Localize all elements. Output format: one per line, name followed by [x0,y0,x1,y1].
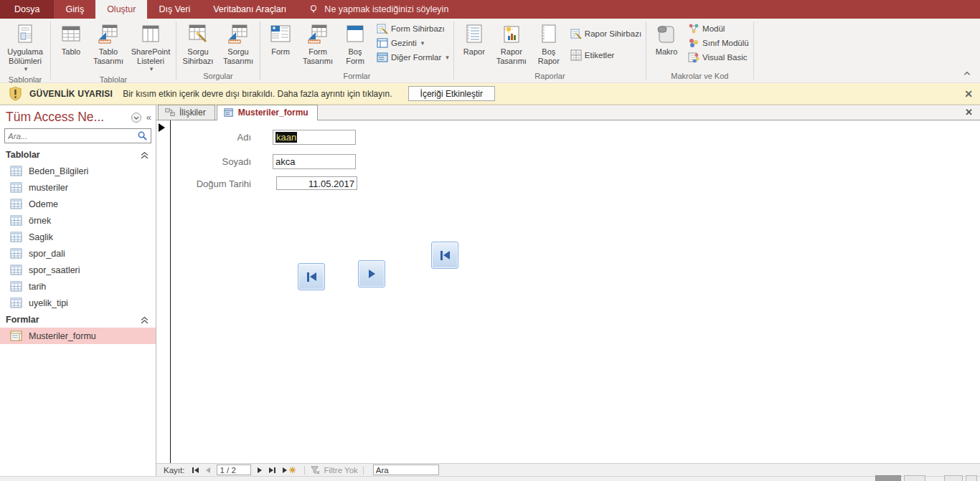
adi-field[interactable]: kaan [273,130,356,145]
report-icon [463,22,486,45]
nav-search-input[interactable] [8,132,137,141]
enable-content-button[interactable]: İçeriği Etkinleştir [408,86,495,101]
nav-pane-menu-button[interactable] [131,112,142,123]
nav-section-tablolar[interactable]: Tablolar [0,146,156,163]
warning-shield-icon [9,86,22,101]
gezinti-button[interactable]: Gezinti [377,37,449,49]
sidebar-item-saglik[interactable]: Saglik [0,229,156,245]
next-record-icon [369,270,375,278]
makro-button[interactable]: Makro [648,20,685,57]
form-button[interactable]: Form [262,20,299,57]
design-view-button[interactable] [966,475,977,481]
sidebar-item-spor-saatleri[interactable]: spor_saatleri [0,262,156,278]
close-icon[interactable]: ✕ [964,88,973,100]
form-icon [223,108,235,118]
tab-musteriler-formu[interactable]: Musteriler_formu [217,105,318,120]
next-record-nav-button[interactable] [258,467,262,473]
sharepoint-listeleri-button[interactable]: SharePoint Listeleri [127,20,174,74]
tab-iliskiler[interactable]: İlişkiler [158,105,215,120]
navigation-pane: Tüm Access Ne... « Tablolar Beden_Bilgil… [0,105,156,476]
sorgu-sihirbazi-button[interactable]: Sorgu Sihirbazı [178,20,218,66]
sidebar-item-ornek[interactable]: örnek [0,212,156,229]
security-warning-title: GÜVENLİK UYARISI [29,89,113,99]
sidebar-item-spor-dali[interactable]: spor_dali [0,245,156,262]
visual-basic-button[interactable]: Visual Basic [688,52,749,63]
diger-formlar-button[interactable]: Diğer Formlar [377,52,449,63]
previous-record-nav-button[interactable] [206,467,210,473]
rapor-button[interactable]: Rapor [456,20,493,57]
group-separator [753,22,754,80]
tab-olustur[interactable]: Oluştur [95,0,147,19]
sidebar-item-tarih[interactable]: tarih [0,278,156,295]
table-icon [10,265,22,275]
table-icon [10,281,22,292]
bos-form-button[interactable]: Boş Form [336,20,374,66]
ribbon-group-sorgular: Sorgu Sihirbazı Sorgu Tasarımı Sorgular [176,19,260,82]
uygulama-bolumleri-button[interactable]: Uygulama Bölümleri [1,20,49,74]
next-record-button[interactable] [358,260,385,287]
relationships-icon [164,108,176,118]
tablo-button[interactable]: Tablo [52,20,90,57]
rapor-sihirbazi-button[interactable]: Rapor Sihirbazı [570,28,641,39]
collapse-section-icon [141,316,149,324]
tab-dis-veri[interactable]: Dış Veri [147,0,202,19]
query-wizard-icon [187,22,209,45]
sidebar-item-beden-bilgileri[interactable]: Beden_Bilgileri [0,163,156,179]
ribbon-group-formlar: Form Form Tasarımı Boş Form Form Sihirba… [260,19,453,82]
status-bar [0,476,980,481]
sidebar-item-odeme[interactable]: Odeme [0,196,156,212]
table-icon [10,297,22,308]
close-document-icon[interactable]: ✕ [965,107,973,118]
tell-me-box[interactable]: Ne yapmak istediğinizi söyleyin [308,0,448,19]
last-record-nav-button[interactable] [269,467,275,473]
first-record-nav-button[interactable] [192,467,199,473]
table-icon [10,215,22,226]
sidebar-item-musteriler-formu[interactable]: Musteriler_formu [0,328,156,344]
collapse-section-icon [141,151,149,159]
sorgu-tasarimi-button[interactable]: Sorgu Tasarımı [218,20,258,66]
chevron-up-icon [963,70,971,77]
layout-view-button[interactable] [944,475,963,481]
tab-dosya[interactable]: Dosya [0,0,54,19]
form-sihirbazi-button[interactable]: Form Sihirbazı [377,23,449,34]
record-position-box[interactable]: 1 / 2 [217,465,251,475]
field-label-adi: Adı [165,132,251,143]
navigation-icon [377,37,388,49]
filter-status-label: Filtre Yok [324,466,357,475]
modul-button[interactable]: Modül [688,23,749,34]
tab-veritabani-araclari[interactable]: Veritabanı Araçları [202,0,298,19]
first-record-icon [443,251,450,259]
shutter-bar-close-icon[interactable]: « [146,112,151,123]
blank-report-icon [537,22,560,45]
rapor-tasarimi-button[interactable]: Rapor Tasarımı [493,20,530,66]
sidebar-item-uyelik-tipi[interactable]: uyelik_tipi [0,295,156,311]
tab-giris[interactable]: Giriş [54,0,95,19]
sidebar-item-musteriler[interactable]: musteriler [0,179,156,196]
nav-section-formlar[interactable]: Formlar [0,311,156,328]
class-module-icon [688,37,699,49]
tell-me-label: Ne yapmak istediğinizi söyleyin [324,4,448,14]
form-tasarimi-button[interactable]: Form Tasarımı [299,20,336,66]
form-view-button[interactable] [875,475,901,481]
collapse-ribbon-button[interactable] [963,70,971,78]
blank-form-icon [344,22,367,45]
nav-search-box[interactable] [4,128,151,143]
dogum-tarihi-field[interactable]: 11.05.2017 [276,176,357,190]
labels-icon [570,49,582,61]
form-view: Adı kaan Soyadı akca Doğum Tarihi 11.05.… [156,120,980,463]
datasheet-view-button[interactable] [904,475,925,481]
first-record-button-2[interactable] [431,242,458,269]
tablo-tasarimi-button[interactable]: Tablo Tasarımı [90,20,127,66]
etiketler-button[interactable]: Etiketler [570,49,641,61]
record-search-input[interactable] [373,465,439,475]
new-record-nav-button[interactable]: ✳ [283,465,296,475]
selected-text: kaan [275,132,297,143]
filter-icon [310,465,321,475]
table-icon [60,22,83,45]
sinif-modulu-button[interactable]: Sınıf Modülü [688,37,749,49]
first-record-button[interactable] [298,263,325,290]
soyadi-field[interactable]: akca [273,154,356,169]
visual-basic-icon [688,52,699,63]
table-icon [10,182,22,193]
bos-rapor-button[interactable]: Boş Rapor [530,20,567,66]
